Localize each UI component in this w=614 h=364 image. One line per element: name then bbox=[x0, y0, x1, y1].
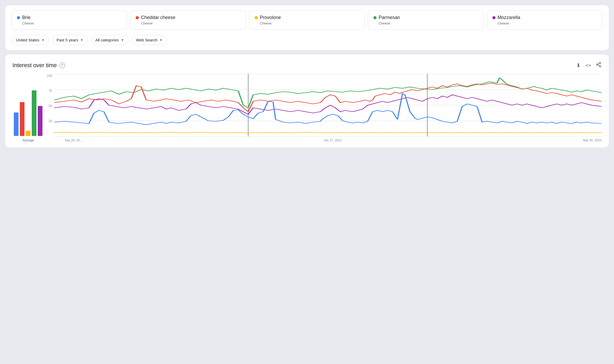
x-label: Jun 27, 2021 bbox=[324, 139, 342, 142]
average-bars bbox=[14, 85, 42, 137]
y-label-25: 25 bbox=[49, 119, 52, 123]
term-chip-cheddar[interactable]: Cheddar cheese Cheese bbox=[130, 10, 246, 30]
term-category-cheddar: Cheese bbox=[136, 21, 240, 25]
filter-time-chevron-icon: ▼ bbox=[80, 38, 83, 42]
term-name-cheddar: Cheddar cheese bbox=[136, 15, 240, 20]
trend-chart bbox=[54, 74, 602, 136]
chart-title-area: Interest over time ? bbox=[12, 62, 65, 69]
download-icon[interactable]: ⬇ bbox=[576, 62, 581, 68]
filter-search_type-chevron-icon: ▼ bbox=[159, 38, 162, 42]
term-name-parmesan: Parmesan bbox=[373, 15, 478, 20]
filters-row: United States▼Past 5 years▼All categorie… bbox=[11, 35, 603, 45]
chart-svg-area: Sep 29, 20...Jun 27, 2021Mar 26, 2023 bbox=[54, 74, 602, 142]
term-category-brie: Cheese bbox=[17, 21, 122, 25]
chart-title: Interest over time bbox=[12, 62, 57, 69]
term-chip-provolone[interactable]: Provolone Cheese bbox=[249, 10, 365, 30]
term-label-parmesan: Parmesan bbox=[379, 15, 400, 20]
chart-header: Interest over time ? ⬇ <> bbox=[12, 62, 602, 69]
term-dot-cheddar bbox=[136, 16, 139, 19]
embed-icon[interactable]: <> bbox=[585, 62, 591, 68]
svg-line-4 bbox=[598, 63, 599, 64]
filter-time-button[interactable]: Past 5 years▼ bbox=[52, 35, 88, 45]
chart-area: Average 100755025 bbox=[12, 74, 602, 142]
term-dot-parmesan bbox=[373, 16, 377, 19]
filter-category-chevron-icon: ▼ bbox=[121, 38, 124, 42]
mozzarella-line bbox=[54, 95, 602, 114]
filter-region-label: United States bbox=[16, 38, 39, 42]
line-chart-container: 100755025 bbox=[44, 74, 602, 142]
term-name-provolone: Provolone bbox=[255, 15, 359, 20]
y-label-50: 50 bbox=[49, 104, 52, 108]
y-label-100: 100 bbox=[47, 74, 52, 78]
search-terms-row: Brie Cheese Cheddar cheese Cheese Provol… bbox=[11, 10, 603, 30]
term-category-parmesan: Cheese bbox=[373, 21, 478, 25]
brie-bar bbox=[14, 112, 18, 136]
x-label: Mar 26, 2023 bbox=[583, 139, 602, 142]
filter-region-chevron-icon: ▼ bbox=[41, 38, 45, 42]
term-chip-mozzarella[interactable]: Mozzarella Cheese bbox=[487, 10, 603, 30]
filter-time-label: Past 5 years bbox=[57, 38, 78, 42]
term-label-cheddar: Cheddar cheese bbox=[141, 15, 175, 20]
term-label-provolone: Provolone bbox=[260, 15, 281, 20]
average-label: Average bbox=[22, 139, 34, 142]
brie-line bbox=[54, 93, 602, 125]
x-label: Sep 29, 20... bbox=[65, 139, 82, 142]
filter-category-button[interactable]: All categories▼ bbox=[91, 35, 128, 45]
mozzarella-bar bbox=[38, 106, 42, 136]
provolone-line bbox=[54, 132, 602, 133]
term-dot-mozzarella bbox=[492, 16, 496, 19]
term-category-provolone: Cheese bbox=[255, 21, 359, 25]
filter-category-label: All categories bbox=[95, 38, 119, 42]
chart-card: Interest over time ? ⬇ <> Average bbox=[5, 54, 609, 147]
filter-region-button[interactable]: United States▼ bbox=[11, 35, 49, 45]
help-icon[interactable]: ? bbox=[59, 62, 65, 68]
term-chip-brie[interactable]: Brie Cheese bbox=[11, 10, 127, 30]
filter-search_type-button[interactable]: Web Search▼ bbox=[131, 35, 167, 45]
term-dot-brie bbox=[17, 16, 20, 19]
term-name-mozzarella: Mozzarella bbox=[492, 15, 597, 20]
cheddar-bar bbox=[20, 102, 24, 136]
term-chip-parmesan[interactable]: Parmesan Cheese bbox=[368, 10, 484, 30]
term-dot-provolone bbox=[255, 16, 258, 19]
chart-actions: ⬇ <> bbox=[576, 62, 602, 69]
help-icon-label: ? bbox=[61, 63, 63, 67]
term-label-mozzarella: Mozzarella bbox=[498, 15, 520, 20]
y-axis: 100755025 bbox=[44, 74, 54, 134]
filter-search_type-label: Web Search bbox=[136, 38, 157, 42]
parmesan-line bbox=[54, 78, 602, 108]
term-label-brie: Brie bbox=[22, 15, 30, 20]
term-category-mozzarella: Cheese bbox=[492, 21, 597, 25]
average-bar-section: Average bbox=[12, 85, 44, 142]
provolone-bar bbox=[26, 131, 30, 136]
parmesan-bar bbox=[32, 90, 36, 136]
share-icon[interactable] bbox=[596, 62, 602, 69]
svg-line-3 bbox=[598, 65, 599, 66]
x-axis-labels: Sep 29, 20...Jun 27, 2021Mar 26, 2023 bbox=[65, 139, 602, 142]
y-label-75: 75 bbox=[49, 89, 52, 93]
term-name-brie: Brie bbox=[17, 15, 122, 20]
